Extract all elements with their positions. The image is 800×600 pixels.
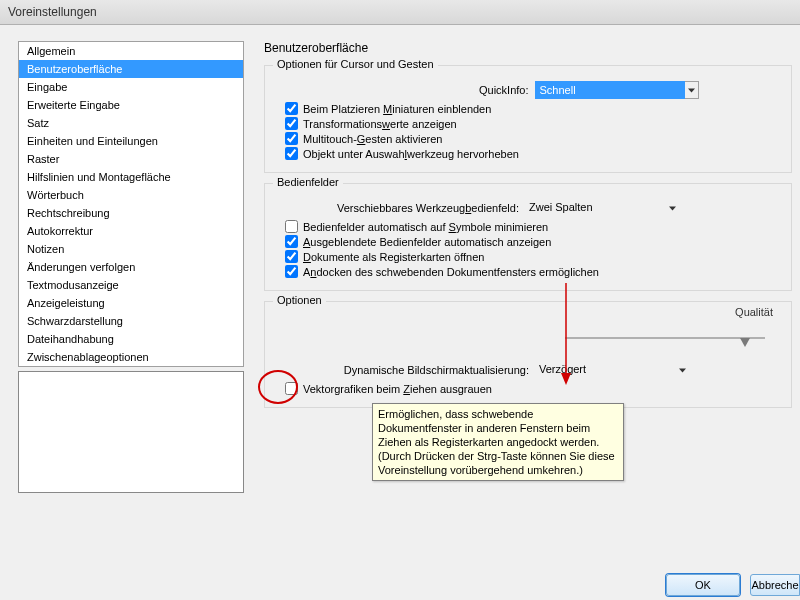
chevron-down-icon [665,199,679,217]
chk-symbole[interactable]: Bedienfelder automatisch auf Symbole min… [285,220,777,233]
chk-vektor-label: Vektorgrafiken beim Ziehen ausgrauen [303,383,492,395]
chevron-down-icon [685,81,699,99]
chk-register[interactable]: Dokumente als Registerkarten öffnen [285,250,777,263]
titlebar: Voreinstellungen [0,0,800,25]
chk-andocken-label: Andocken des schwebenden Dokumentfenster… [303,266,599,278]
sidebar-item[interactable]: Satz [19,114,243,132]
chk-multitouch-label: Multitouch-Gesten aktivieren [303,133,442,145]
cancel-button[interactable]: Abbreche [750,574,800,596]
sidebar-item[interactable]: Hilfslinien und Montagefläche [19,168,243,186]
chk-transform-box[interactable] [285,117,298,130]
window-title: Voreinstellungen [8,5,97,19]
chk-ausgeblen-label: Ausgeblendete Bedienfelder automatisch a… [303,236,551,248]
main-panel: Benutzeroberfläche Optionen für Cursor u… [264,41,792,570]
sidebar-item[interactable]: Einheiten und Einteilungen [19,132,243,150]
chk-auswahl-label: Objekt unter Auswahlwerkzeug hervorheben [303,148,519,160]
sidebar-item[interactable]: Zwischenablageoptionen [19,348,243,366]
dyn-value: Verzögert [535,361,675,379]
sidebar: AllgemeinBenutzeroberflächeEingabeErweit… [18,41,244,493]
sidebar-item[interactable]: Wörterbuch [19,186,243,204]
werkzeug-dropdown[interactable]: Zwei Spalten [525,199,679,217]
slider-track [565,337,765,339]
chk-register-box[interactable] [285,250,298,263]
chk-multitouch-box[interactable] [285,132,298,145]
sidebar-item[interactable]: Raster [19,150,243,168]
chk-miniaturen-box[interactable] [285,102,298,115]
dyn-dropdown[interactable]: Verzögert [535,361,689,379]
preferences-window: Voreinstellungen AllgemeinBenutzeroberfl… [0,0,800,600]
chk-vektor-box[interactable] [285,382,298,395]
quickinfo-value: Schnell [535,81,685,99]
sidebar-item[interactable]: Rechtschreibung [19,204,243,222]
sidebar-item[interactable]: Anzeigeleistung [19,294,243,312]
sidebar-item[interactable]: Benutzeroberfläche [19,60,243,78]
quickinfo-dropdown[interactable]: Schnell [535,81,699,99]
chk-miniaturen[interactable]: Beim Platzieren Miniaturen einblenden [285,102,777,115]
werkzeug-value: Zwei Spalten [525,199,665,217]
chk-vektor[interactable]: Vektorgrafiken beim Ziehen ausgrauen [285,382,777,395]
quickinfo-label: QuickInfo: [479,84,529,96]
chk-symbole-box[interactable] [285,220,298,233]
sidebar-item[interactable]: Notizen [19,240,243,258]
group-cursor: Optionen für Cursor und Gesten QuickInfo… [264,65,792,173]
chk-ausgeblen-box[interactable] [285,235,298,248]
chk-andocken-box[interactable] [285,265,298,278]
sidebar-item[interactable]: Autokorrektur [19,222,243,240]
sidebar-item[interactable]: Schwarzdarstellung [19,312,243,330]
group-optionen: Optionen Qualität Dynamische Bildschirma… [264,301,792,408]
sidebar-item[interactable]: Änderungen verfolgen [19,258,243,276]
chk-symbole-label: Bedienfelder automatisch auf Symbole min… [303,221,548,233]
quality-label: Qualität [735,306,773,318]
chk-andocken[interactable]: Andocken des schwebenden Dokumentfenster… [285,265,777,278]
ok-button[interactable]: OK [666,574,740,596]
group-optionen-legend: Optionen [273,294,326,306]
sidebar-item[interactable]: Dateihandhabung [19,330,243,348]
chk-auswahl-box[interactable] [285,147,298,160]
body: AllgemeinBenutzeroberflächeEingabeErweit… [0,25,800,600]
sidebar-item[interactable]: Erweiterte Eingabe [19,96,243,114]
dialog-footer: OK Abbreche [666,570,800,600]
chk-transform-label: Transformationswerte anzeigen [303,118,457,130]
werkzeug-label: Verschiebbares Werkzeugbedienfeld: [309,202,519,214]
group-bedien: Bedienfelder Verschiebbares Werkzeugbedi… [264,183,792,291]
dyn-label: Dynamische Bildschirmaktualisierung: [309,364,529,376]
sidebar-item[interactable]: Allgemein [19,42,243,60]
sidebar-item[interactable]: Textmodusanzeige [19,276,243,294]
chk-multitouch[interactable]: Multitouch-Gesten aktivieren [285,132,777,145]
quality-slider[interactable] [565,329,765,347]
chevron-down-icon [675,361,689,379]
sidebar-item[interactable]: Eingabe [19,78,243,96]
chk-ausgeblen[interactable]: Ausgeblendete Bedienfelder automatisch a… [285,235,777,248]
chk-miniaturen-label: Beim Platzieren Miniaturen einblenden [303,103,491,115]
chk-transform[interactable]: Transformationswerte anzeigen [285,117,777,130]
group-cursor-legend: Optionen für Cursor und Gesten [273,58,438,70]
sidebar-list[interactable]: AllgemeinBenutzeroberflächeEingabeErweit… [18,41,244,367]
group-bedien-legend: Bedienfelder [273,176,343,188]
page-title: Benutzeroberfläche [264,41,792,55]
chk-register-label: Dokumente als Registerkarten öffnen [303,251,484,263]
slider-thumb[interactable] [740,338,750,347]
chk-auswahl[interactable]: Objekt unter Auswahlwerkzeug hervorheben [285,147,777,160]
tooltip: Ermöglichen, dass schwebende Dokumentfen… [372,403,624,481]
sidebar-preview [18,371,244,493]
